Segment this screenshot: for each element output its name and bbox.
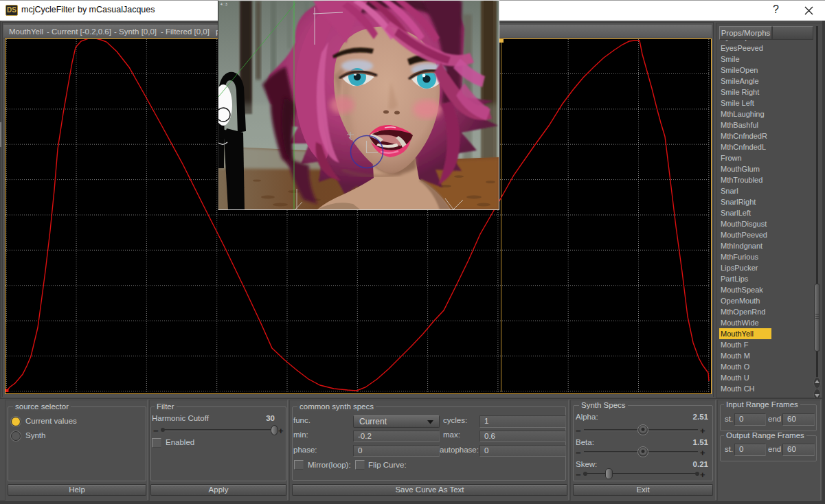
svg-text:4 : 3: 4 : 3 xyxy=(221,2,227,6)
